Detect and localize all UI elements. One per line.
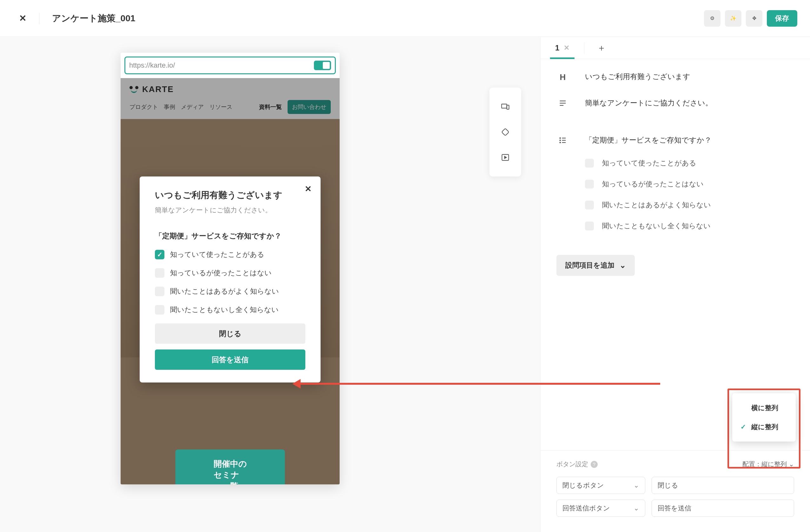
annotation-highlight: 横に整列 ✓縦に整列: [728, 388, 800, 468]
divider: [39, 13, 39, 24]
block-text[interactable]: 簡単なアンケートにご協力ください。: [556, 98, 794, 110]
block-question[interactable]: 「定期便」サービスをご存知ですか？: [556, 135, 794, 147]
tab-bar: 1 ✕ ＋: [540, 37, 810, 59]
editor-panel: 1 ✕ ＋ H いつもご利用有難うございます 簡単なアンケートにご協力ください。: [540, 37, 810, 532]
preview-canvas: https://karte.io/ KARTE プロダクト 事例: [0, 37, 540, 532]
heading-icon: H: [556, 72, 569, 82]
modal-question: 「定期便」サービスをご存知ですか？: [155, 231, 305, 241]
move-icon: ✥: [752, 15, 756, 21]
checkbox-icon[interactable]: [155, 287, 164, 296]
tab-1[interactable]: 1 ✕: [550, 37, 574, 59]
button-type-select[interactable]: 回答送信ボタン: [556, 500, 645, 517]
site-header: KARTE プロダクト 事例 メディア リソース 資料一覧 お問い合わせ: [120, 78, 340, 119]
help-icon[interactable]: ?: [591, 461, 598, 468]
magic-button[interactable]: ✨: [725, 10, 742, 27]
modal-subtitle: 簡単なアンケートにご協力ください。: [155, 206, 305, 214]
checkbox-icon[interactable]: [585, 222, 594, 230]
section-label: ボタン設定 ?: [556, 460, 598, 468]
popup-item-horizontal[interactable]: 横に整列: [732, 398, 796, 417]
wand-icon: ✨: [730, 15, 736, 21]
page-title: アンケート施策_001: [52, 12, 135, 25]
svg-point-9: [560, 140, 561, 141]
modal-option[interactable]: 知っていて使ったことがある: [155, 250, 305, 259]
gear-icon: ⚙: [710, 15, 714, 21]
svg-rect-2: [502, 128, 509, 135]
phone-preview: https://karte.io/ KARTE プロダクト 事例: [120, 53, 340, 484]
devices-icon[interactable]: [498, 100, 512, 114]
modal-option[interactable]: 聞いたこともないし全く知らない: [155, 305, 305, 315]
annotation-arrow: [295, 383, 660, 385]
svg-rect-1: [507, 105, 509, 109]
text-icon: [556, 98, 569, 110]
checkbox-icon[interactable]: [585, 200, 594, 210]
tab-add-icon[interactable]: ＋: [594, 42, 609, 54]
divider: [584, 42, 584, 54]
add-question-button[interactable]: 設問項目を追加: [556, 255, 635, 276]
button-label-input[interactable]: 回答を送信: [652, 500, 794, 517]
popup-item-vertical[interactable]: ✓縦に整列: [732, 417, 796, 436]
modal-close-icon[interactable]: ✕: [305, 184, 312, 194]
seminar-button[interactable]: 開催中のセミナー一覧: [176, 450, 285, 484]
close-icon[interactable]: ✕: [19, 13, 26, 23]
tab-close-icon[interactable]: ✕: [564, 44, 569, 52]
block-heading[interactable]: H いつもご利用有難うございます: [556, 72, 794, 82]
checkbox-icon[interactable]: [585, 159, 594, 167]
svg-point-11: [560, 142, 561, 143]
checkbox-icon[interactable]: [155, 305, 164, 315]
align-popup: 横に整列 ✓縦に整列: [732, 393, 796, 441]
panel-option[interactable]: 聞いたことはあるがよく知らない: [585, 200, 794, 210]
modal-title: いつもご利用有難うございます: [155, 189, 305, 201]
button-type-select[interactable]: 閉じるボタン: [556, 477, 645, 494]
modal-submit-button[interactable]: 回答を送信: [155, 350, 305, 370]
move-button[interactable]: ✥: [746, 10, 762, 27]
app-header: ✕ アンケート施策_001 ⚙ ✨ ✥ 保存: [0, 0, 810, 37]
url-text: https://karte.io/: [129, 61, 175, 69]
modal-close-button[interactable]: 閉じる: [155, 323, 305, 344]
svg-rect-0: [502, 104, 506, 108]
save-button[interactable]: 保存: [767, 10, 797, 27]
preview-toggle[interactable]: [314, 61, 331, 70]
panel-option[interactable]: 聞いたこともないし全く知らない: [585, 221, 794, 231]
modal-option[interactable]: 知っているが使ったことはない: [155, 268, 305, 278]
panel-option[interactable]: 知っているが使ったことはない: [585, 179, 794, 189]
checkbox-icon[interactable]: [155, 268, 164, 278]
checkbox-icon[interactable]: [155, 250, 164, 259]
check-icon: ✓: [741, 423, 747, 431]
settings-button[interactable]: ⚙: [704, 10, 720, 27]
url-bar[interactable]: https://karte.io/: [125, 57, 336, 74]
survey-modal: ✕ いつもご利用有難うございます 簡単なアンケートにご協力ください。 「定期便」…: [140, 177, 321, 383]
modal-option[interactable]: 聞いたことはあるがよく知らない: [155, 287, 305, 296]
list-icon: [556, 135, 569, 147]
button-label-input[interactable]: 閉じる: [652, 477, 794, 494]
svg-point-7: [560, 138, 561, 139]
panel-option[interactable]: 知っていて使ったことがある: [585, 158, 794, 168]
play-icon[interactable]: [498, 150, 512, 164]
checkbox-icon[interactable]: [585, 180, 594, 189]
rotate-icon[interactable]: [498, 125, 512, 139]
preview-tools: [489, 87, 521, 177]
